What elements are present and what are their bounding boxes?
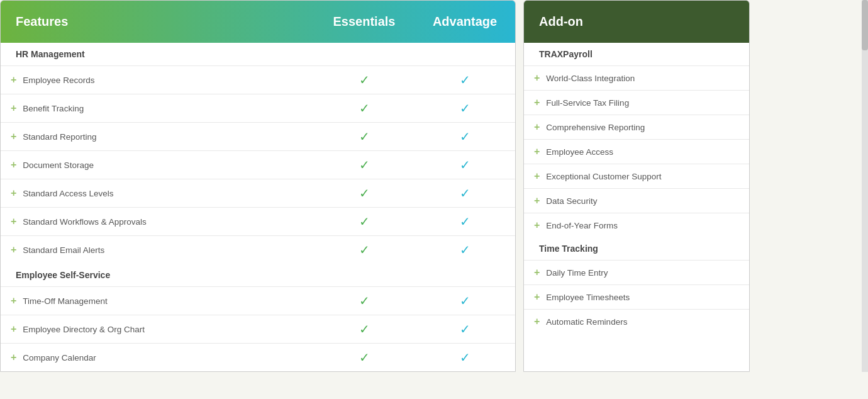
plus-icon: + — [11, 216, 16, 227]
table-row: +Standard Email Alerts ✓ ✓ — [1, 235, 515, 264]
advantage-column-header: Advantage — [415, 1, 515, 43]
plus-icon: + — [11, 74, 16, 86]
list-item: + Daily Time Entry — [524, 260, 749, 284]
addon-item-label: Automatic Reminders — [546, 317, 627, 327]
features-column-header: Features — [1, 1, 314, 43]
list-item: + World-Class Integration — [524, 65, 749, 90]
time-tracking-section-header: Time Tracking — [524, 237, 749, 260]
check-advantage: ✓ — [460, 322, 470, 336]
check-advantage: ✓ — [460, 101, 470, 115]
scrollbar-track[interactable] — [862, 0, 868, 372]
plus-icon: + — [11, 131, 16, 142]
table-row: +Standard Access Levels ✓ ✓ — [1, 179, 515, 207]
check-advantage: ✓ — [460, 215, 470, 228]
check-advantage: ✓ — [460, 158, 470, 172]
plus-icon: + — [534, 97, 540, 108]
plus-icon: + — [11, 159, 16, 171]
check-essentials: ✓ — [359, 243, 370, 257]
list-item: + Employee Access — [524, 139, 749, 164]
plus-icon: + — [11, 323, 16, 335]
plus-icon: + — [534, 195, 540, 206]
plus-icon: + — [534, 171, 540, 182]
addon-item-label: Data Security — [546, 196, 597, 206]
check-advantage: ✓ — [460, 73, 470, 87]
table-row: +Employee Directory & Org Chart ✓ ✓ — [1, 315, 515, 343]
check-advantage: ✓ — [460, 186, 470, 200]
check-essentials: ✓ — [359, 101, 370, 115]
addon-item-label: End-of-Year Forms — [546, 221, 618, 230]
plus-icon: + — [11, 352, 16, 363]
check-essentials: ✓ — [359, 158, 370, 172]
list-item: + Exceptional Customer Support — [524, 164, 749, 188]
traxpayroll-section-header: TRAXPayroll — [524, 43, 749, 65]
table-row: +Company Calendar ✓ ✓ — [1, 343, 515, 371]
plus-icon: + — [534, 146, 540, 157]
right-panel: Add-on TRAXPayroll + World-Class Integra… — [523, 0, 750, 372]
table-row: +Standard Workflows & Approvals ✓ ✓ — [1, 207, 515, 235]
plus-icon: + — [534, 220, 540, 231]
check-essentials: ✓ — [359, 186, 370, 200]
list-item: + Automatic Reminders — [524, 309, 749, 334]
table-row: +Benefit Tracking ✓ ✓ — [1, 94, 515, 122]
left-header: Features Essentials Advantage — [1, 1, 515, 43]
plus-icon: + — [11, 295, 16, 306]
check-essentials: ✓ — [359, 322, 370, 336]
check-advantage: ✓ — [460, 130, 470, 143]
addon-item-label: Comprehensive Reporting — [546, 123, 645, 132]
check-essentials: ✓ — [359, 130, 370, 143]
essentials-column-header: Essentials — [314, 1, 415, 43]
addon-header: Add-on — [524, 1, 749, 43]
check-advantage: ✓ — [460, 243, 470, 257]
hr-management-section-header: HR Management — [1, 43, 515, 65]
table-row: +Employee Records ✓ ✓ — [1, 65, 515, 94]
plus-icon: + — [11, 244, 16, 256]
addon-item-label: Daily Time Entry — [546, 268, 608, 278]
addon-item-label: Full-Service Tax Filing — [546, 98, 629, 108]
check-essentials: ✓ — [359, 215, 370, 228]
plus-icon: + — [534, 316, 540, 327]
addon-item-label: World-Class Integration — [546, 74, 635, 83]
addon-item-label: Employee Timesheets — [546, 293, 630, 302]
plus-icon: + — [534, 72, 540, 84]
table-row: +Time-Off Management ✓ ✓ — [1, 286, 515, 315]
list-item: + Employee Timesheets — [524, 284, 749, 309]
check-essentials: ✓ — [359, 73, 370, 87]
left-panel: Features Essentials Advantage HR Managem… — [0, 0, 516, 372]
list-item: + Comprehensive Reporting — [524, 115, 749, 139]
table-row: +Document Storage ✓ ✓ — [1, 150, 515, 179]
addon-item-label: Employee Access — [546, 147, 613, 157]
check-essentials: ✓ — [359, 351, 370, 364]
check-advantage: ✓ — [460, 294, 470, 308]
plus-icon: + — [534, 267, 540, 278]
employee-self-service-section-header: Employee Self-Service — [1, 264, 515, 286]
table-row: +Standard Reporting ✓ ✓ — [1, 122, 515, 150]
check-advantage: ✓ — [460, 351, 470, 364]
check-essentials: ✓ — [359, 294, 370, 308]
scrollbar-thumb[interactable] — [862, 0, 868, 50]
list-item: + End-of-Year Forms — [524, 213, 749, 237]
plus-icon: + — [534, 291, 540, 303]
list-item: + Full-Service Tax Filing — [524, 90, 749, 115]
list-item: + Data Security — [524, 188, 749, 213]
addon-item-label: Exceptional Customer Support — [546, 172, 661, 181]
plus-icon: + — [11, 103, 16, 114]
plus-icon: + — [11, 188, 16, 199]
plus-icon: + — [534, 121, 540, 133]
